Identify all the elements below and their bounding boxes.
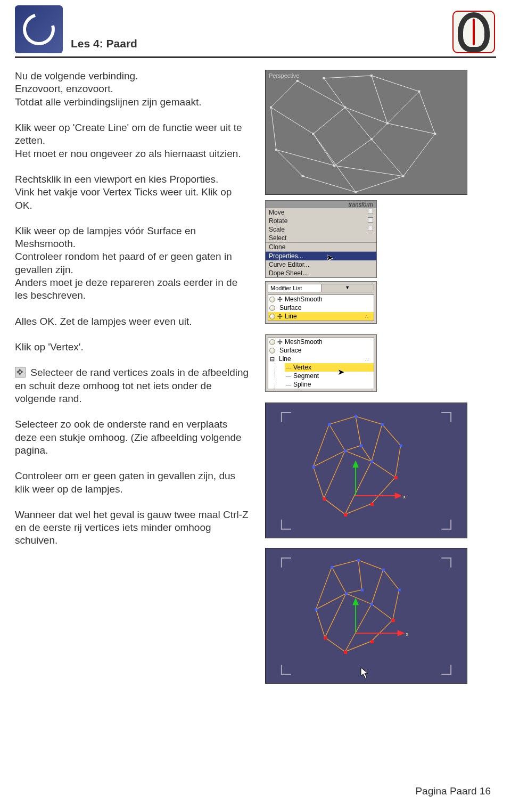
menu-item-label: Rotate [269, 217, 287, 225]
lightbulb-icon [269, 339, 275, 345]
subobject-row: —Segment [285, 372, 374, 380]
context-menu: transform MoveRotateScaleSelectCloneProp… [265, 200, 377, 278]
paragraph: Wanneer dat wel het geval is gauw twee m… [15, 508, 249, 547]
context-menu-section: transform [266, 201, 376, 208]
svg-rect-24 [344, 450, 347, 453]
subobject-dots-icon: ∴ [365, 356, 370, 362]
svg-rect-26 [370, 460, 373, 463]
context-menu-item: Scale [266, 225, 376, 234]
line: Anders moet je deze repareren zoals eerd… [15, 277, 237, 301]
move-tool-icon [15, 367, 26, 378]
svg-marker-32 [352, 460, 359, 467]
svg-rect-30 [394, 476, 398, 479]
modifier-list-dropdown: Modifier List ▼ [268, 284, 374, 292]
svg-rect-4 [355, 191, 357, 193]
svg-rect-27 [323, 497, 326, 501]
page-footer: Pagina Paard 16 [415, 785, 491, 797]
menu-item-label: Scale [269, 226, 285, 233]
paragraph: Rechtsklik in een viewport en kies Propo… [15, 173, 249, 212]
header-left: Les 4: Paard [15, 5, 137, 53]
line: Selecteer de rand vertices zoals in de a… [15, 367, 249, 404]
svg-rect-2 [275, 149, 277, 151]
lesson-title: Les 4: Paard [71, 37, 137, 50]
line: Vink het vakje voor Vertex Ticks weer ui… [15, 186, 232, 210]
svg-rect-50 [370, 640, 374, 643]
tree-branch-icon: — [286, 373, 291, 379]
modifier-list: ☩MeshSmoothSurface☩Line∴ [268, 294, 374, 321]
subobject-dots-icon: ∴ [365, 314, 370, 319]
modifier-stack-panel: Modifier List ▼ ☩MeshSmoothSurface☩Line∴ [265, 281, 377, 324]
menu-item-label: Move [269, 209, 284, 216]
paragraph: Nu de volgende verbinding. Enzovoort, en… [15, 70, 249, 109]
svg-rect-25 [360, 445, 362, 447]
cursor-icon: ➤ [337, 367, 344, 377]
checkbox-icon [368, 226, 373, 231]
subobject-row: —Spline [285, 380, 374, 389]
viewport-editing-bottom: x [265, 548, 467, 684]
svg-rect-0 [296, 80, 299, 82]
dropdown-label: Modifier List [268, 284, 321, 292]
svg-rect-38 [382, 569, 385, 571]
header-divider [15, 56, 496, 58]
expand-icon: ☩ [277, 313, 283, 320]
modifier-row: ⊟Line∴ [268, 355, 374, 363]
paragraph: Alles OK. Zet de lampjes weer even uit. [15, 315, 249, 328]
tree-branch-icon: — [286, 365, 291, 371]
svg-rect-23 [312, 465, 315, 468]
svg-rect-14 [312, 133, 315, 135]
svg-rect-9 [323, 77, 325, 79]
svg-rect-8 [370, 75, 373, 77]
lightbulb-icon [269, 305, 275, 311]
context-menu-item: Move [266, 208, 376, 217]
svg-rect-28 [344, 513, 347, 516]
modifier-stack-panel-expanded: ☩MeshSmoothSurface⊟Line∴—Vertex—Segment—… [265, 334, 377, 392]
svg-rect-39 [398, 589, 401, 592]
line: Totdat alle verbindingslijnen zijn gemaa… [15, 96, 202, 108]
line: Rechtsklik in een viewport en kies Propo… [15, 174, 218, 185]
app-logo-3dsmax [15, 5, 63, 53]
modifier-label: Line [285, 313, 297, 320]
subobject-tree: —Vertex—Segment—Spline [275, 363, 374, 389]
svg-rect-45 [345, 593, 348, 595]
expand-icon: ☩ [277, 339, 283, 346]
paragraph: Klik weer op 'Create Line' om de functie… [15, 121, 249, 160]
modifier-row: Surface [268, 304, 374, 312]
mesh-edit-icon: x [266, 548, 467, 684]
svg-rect-1 [270, 106, 272, 109]
svg-marker-55 [398, 630, 405, 636]
expand-icon: ☩ [277, 296, 283, 303]
lightbulb-icon [269, 348, 275, 354]
line: Nu de volgende verbinding. [15, 70, 138, 81]
checkbox-icon [368, 217, 373, 223]
collapse-icon: ⊟ [269, 356, 275, 363]
menu-item-label: Properties... [269, 252, 303, 260]
subobject-label: Spline [293, 381, 311, 388]
line: Controleer rondom het paard of er geen g… [15, 251, 232, 275]
svg-text:x: x [403, 494, 406, 499]
checkbox-icon [368, 209, 373, 214]
school-logo [452, 11, 495, 53]
svg-rect-11 [386, 122, 389, 124]
context-menu-item: Curve Editor... [266, 260, 376, 269]
tree-branch-icon: — [286, 382, 291, 388]
svg-rect-36 [331, 566, 333, 569]
modifier-row: ☩MeshSmooth [268, 295, 374, 304]
subobject-label: Segment [293, 372, 319, 380]
svg-rect-51 [392, 619, 395, 622]
spiral-icon [17, 7, 61, 51]
svg-rect-29 [370, 503, 374, 506]
paragraph: Controleer om er geen gaten in gevallen … [15, 470, 249, 496]
svg-rect-17 [381, 423, 384, 426]
svg-rect-49 [344, 651, 347, 654]
svg-rect-44 [315, 608, 318, 611]
line: Het moet er nou ongeveer zo als hiernaas… [15, 148, 241, 159]
lightbulb-icon [269, 314, 275, 319]
svg-marker-57 [361, 668, 368, 678]
svg-rect-7 [418, 91, 420, 93]
modifier-label: MeshSmooth [285, 296, 323, 303]
context-menu-item: Rotate [266, 217, 376, 225]
svg-rect-13 [333, 165, 335, 167]
modifier-row: ☩Line∴ [268, 312, 374, 321]
paragraph: Klik op 'Vertex'. [15, 341, 249, 354]
svg-rect-46 [361, 589, 364, 592]
